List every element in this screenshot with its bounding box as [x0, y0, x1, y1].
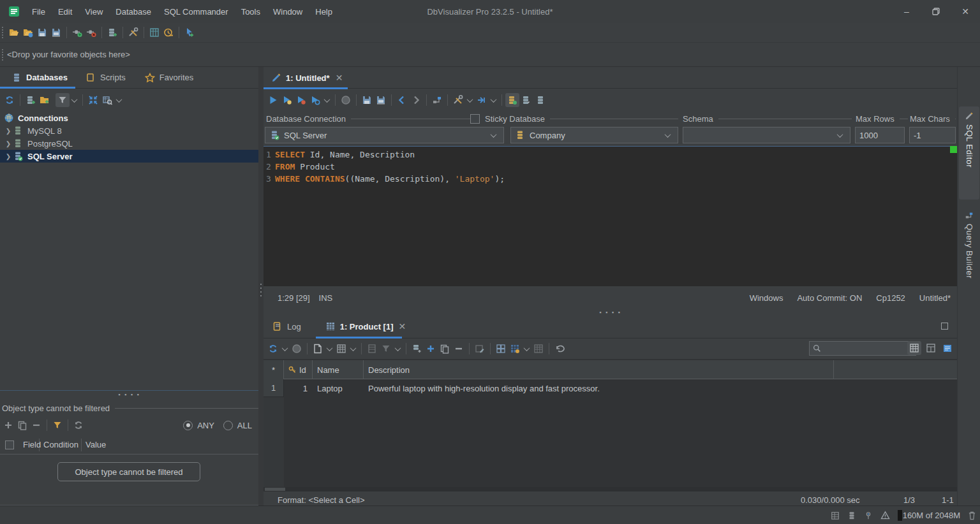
db-status-icon[interactable] [847, 511, 856, 520]
save-icon[interactable] [35, 25, 49, 40]
filter-remove-icon[interactable] [29, 418, 43, 432]
connect-icon[interactable] [70, 25, 84, 40]
add-connection-icon[interactable] [105, 25, 119, 40]
filter-copy-icon[interactable] [15, 418, 29, 432]
expand-chevron-icon[interactable]: ❯ [4, 127, 13, 135]
copy-row-icon[interactable] [438, 342, 452, 356]
filter-refresh-icon[interactable] [71, 418, 85, 432]
filter-add-icon[interactable] [1, 418, 15, 432]
refresh-dropdown-chevron[interactable] [282, 345, 288, 351]
sql-editor[interactable]: 1SELECT Id, Name, Description 2FROM Prod… [264, 146, 957, 286]
vtab-query-builder[interactable]: Query Builder [959, 206, 979, 308]
tool-properties-icon[interactable] [126, 25, 140, 40]
export-dropdown-chevron[interactable] [327, 345, 333, 351]
goto-icon[interactable] [475, 93, 489, 107]
expand-chevron-icon[interactable]: ❯ [4, 153, 13, 160]
history-forward-icon[interactable] [409, 93, 423, 107]
sql-builder-icon[interactable] [430, 93, 444, 107]
menu-help[interactable]: Help [309, 0, 339, 23]
tab-untitled[interactable]: 1: Untitled* ✕ [264, 67, 349, 89]
max-rows-input[interactable]: 1000 [855, 127, 905, 143]
memory-indicator[interactable]: 160M of 2048M [898, 510, 960, 521]
col-header-id[interactable]: Id [284, 360, 313, 379]
cell-id[interactable]: 1 [284, 379, 313, 397]
tab-favorites[interactable]: Favorites [136, 67, 202, 89]
tab-log[interactable]: Log [264, 315, 310, 338]
grid-mode-button[interactable] [907, 341, 921, 355]
scheduler-icon[interactable] [161, 25, 175, 40]
close-button[interactable]: ✕ [951, 0, 980, 23]
compare-grid-icon[interactable] [531, 342, 546, 356]
menu-tools[interactable]: Tools [235, 0, 267, 23]
expand-chevron-icon[interactable]: ❯ [4, 140, 13, 147]
grid-refresh-icon[interactable] [266, 342, 280, 356]
describe-icon[interactable] [365, 342, 379, 356]
cell-description[interactable]: Powerful laptop with high-resolution dis… [364, 379, 834, 397]
execute-dropdown-chevron[interactable] [324, 96, 330, 103]
gridfilter-dropdown-chevron[interactable] [395, 345, 401, 351]
filter-disabled-button[interactable]: Object type cannot be filtered [57, 462, 200, 481]
stop-icon[interactable] [339, 93, 353, 107]
filter-objects-button[interactable] [56, 93, 70, 107]
execute-buffer-icon[interactable] [294, 93, 308, 107]
open-file-icon[interactable] [7, 25, 21, 40]
radio-all[interactable] [223, 421, 233, 430]
grid-view-icon[interactable] [334, 342, 348, 356]
grid-status-icon[interactable] [831, 511, 840, 520]
tree-root-connections[interactable]: Connections [0, 112, 258, 124]
edit-cell-icon[interactable] [473, 342, 487, 356]
col-header-star[interactable]: * [264, 360, 284, 379]
table-data-icon[interactable] [147, 25, 161, 40]
collapse-all-icon[interactable] [86, 93, 100, 107]
delete-row-icon[interactable] [452, 342, 466, 356]
disconnect-icon[interactable] [84, 25, 98, 40]
vtab-sql-editor[interactable]: SQL Editor [959, 106, 979, 200]
execute-icon[interactable] [266, 93, 280, 107]
cell-name[interactable]: Laptop [313, 379, 364, 397]
horizontal-scrollbar[interactable] [264, 487, 957, 491]
filter-apply-icon[interactable] [50, 418, 64, 432]
history-back-icon[interactable] [395, 93, 409, 107]
locate-dropdown-chevron[interactable] [116, 96, 122, 103]
formatter-dropdown-chevron[interactable] [467, 96, 473, 103]
maximize-panel-icon[interactable] [941, 323, 948, 330]
tab-databases[interactable]: Databases [0, 67, 77, 89]
tree-item-postgresql[interactable]: ❯ PostgreSQL [0, 137, 258, 150]
editor-save-icon[interactable] [360, 93, 374, 107]
menu-edit[interactable]: Edit [52, 0, 78, 23]
multi-grid-icon[interactable] [494, 342, 508, 356]
warning-icon[interactable] [880, 511, 890, 520]
tree-item-mysql[interactable]: ❯ MySQL 8 [0, 124, 258, 137]
tab-product-close-icon[interactable]: ✕ [399, 321, 406, 331]
form-mode-button[interactable] [924, 341, 938, 355]
menu-view[interactable]: View [78, 0, 109, 23]
execute-explain-icon[interactable] [308, 93, 322, 107]
insert-row-icon[interactable] [410, 342, 424, 356]
add-row-icon[interactable] [424, 342, 438, 356]
auto-commit-icon[interactable] [505, 93, 519, 107]
col-header-name[interactable]: Name [313, 360, 364, 379]
tab-scripts[interactable]: Scripts [77, 67, 135, 89]
create-connection-icon[interactable] [24, 93, 38, 107]
filter-dropdown-chevron[interactable] [71, 96, 78, 103]
open-recent-icon[interactable] [21, 25, 35, 40]
tab-product[interactable]: 1: Product [1] ✕ [316, 315, 415, 338]
rollback-icon[interactable] [533, 93, 547, 107]
left-splitter[interactable]: ▪ ▪ ▪ ▪ [0, 391, 258, 398]
execute-current-icon[interactable] [280, 93, 294, 107]
restore-button[interactable] [921, 0, 951, 23]
save-as-icon[interactable] [49, 25, 63, 40]
menu-window[interactable]: Window [267, 0, 309, 23]
col-header-description[interactable]: Description [364, 360, 834, 379]
menu-sql-commander[interactable]: SQL Commander [158, 0, 235, 23]
database-dropdown[interactable]: Company [510, 127, 678, 143]
filter-header-checkbox[interactable] [5, 440, 14, 449]
undo-icon[interactable] [553, 342, 567, 356]
export-icon[interactable] [311, 342, 325, 356]
row-number-cell[interactable]: 1 [264, 379, 284, 397]
grid-stop-icon[interactable] [290, 342, 304, 356]
sticky-database-checkbox[interactable] [470, 114, 480, 124]
pin-dropdown-chevron[interactable] [524, 345, 530, 351]
commit-icon[interactable] [519, 93, 533, 107]
grid-filter-icon[interactable] [379, 342, 393, 356]
